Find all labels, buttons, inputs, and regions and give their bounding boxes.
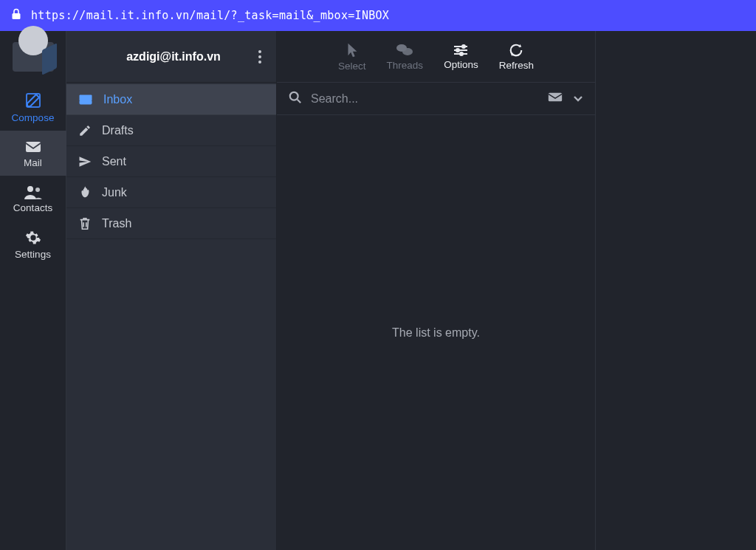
refresh-icon [508,43,524,58]
select-tool[interactable]: Select [338,42,366,72]
empty-list-message: The list is empty. [277,115,595,550]
svg-point-3 [27,186,33,192]
contacts-nav[interactable]: Contacts [0,176,66,221]
sliders-icon [453,44,469,57]
contacts-label: Contacts [13,202,52,213]
search-bar [277,83,595,115]
folder-label: Drafts [102,124,134,137]
svg-point-7 [402,48,413,55]
browser-url[interactable]: https://mail.it.info.vn/mail/?_task=mail… [31,9,389,22]
compose-button[interactable]: Compose [0,83,66,131]
search-options-toggle[interactable] [573,92,583,106]
options-tool[interactable]: Options [444,44,478,70]
mail-label: Mail [24,157,42,168]
lock-icon [10,7,22,24]
search-icon [289,91,302,107]
folder-drafts[interactable]: Drafts [66,115,276,146]
envelope-icon [24,140,42,154]
tool-label: Options [444,59,478,70]
app-logo [0,31,66,83]
svg-point-4 [35,188,40,192]
compose-label: Compose [12,112,55,123]
cursor-icon [345,42,360,58]
gear-icon [25,230,41,246]
svg-rect-16 [549,93,562,102]
svg-line-15 [298,99,301,103]
account-menu-button[interactable] [258,50,263,63]
svg-point-14 [290,92,298,100]
folder-trash[interactable]: Trash [66,208,276,239]
folder-list: Inbox Drafts Sent Junk [66,83,276,239]
tool-label: Threads [387,60,424,71]
folder-junk[interactable]: Junk [66,177,276,208]
refresh-tool[interactable]: Refresh [499,43,534,71]
folder-label: Inbox [103,93,132,106]
svg-rect-2 [26,142,41,152]
contacts-icon [24,185,43,199]
svg-point-11 [456,49,459,52]
svg-point-9 [462,45,465,48]
svg-point-13 [460,52,463,55]
paper-plane-icon [78,155,92,168]
folder-pane: azdigi@it.info.vn Inbox Drafts [66,31,277,550]
search-scope-icon[interactable] [548,92,563,106]
svg-rect-5 [80,100,92,104]
svg-rect-0 [13,13,21,19]
trash-icon [78,216,92,231]
mail-nav[interactable]: Mail [0,131,66,176]
tool-label: Select [338,61,366,72]
folder-label: Junk [102,186,127,199]
folder-label: Trash [102,217,131,230]
fire-icon [78,185,92,200]
account-email: azdigi@it.info.vn [89,50,258,63]
browser-url-bar: https://mail.it.info.vn/mail/?_task=mail… [0,0,756,31]
pencil-icon [78,124,92,137]
settings-nav[interactable]: Settings [0,221,66,267]
search-input[interactable] [311,92,539,106]
app-shell: Compose Mail Contacts Settings [0,31,756,550]
inbox-icon [78,94,93,106]
nav-rail: Compose Mail Contacts Settings [0,31,66,550]
tool-label: Refresh [499,60,534,71]
folder-label: Sent [102,155,126,168]
folder-inbox[interactable]: Inbox [66,84,276,115]
threads-tool[interactable]: Threads [387,43,424,71]
preview-pane [596,31,756,550]
compose-icon [24,92,42,109]
folder-sent[interactable]: Sent [66,146,276,177]
settings-label: Settings [15,249,51,260]
list-toolbar: Select Threads Options [277,31,595,83]
message-list-pane: Select Threads Options [277,31,596,550]
account-header: azdigi@it.info.vn [66,31,276,83]
threads-icon [396,43,413,58]
